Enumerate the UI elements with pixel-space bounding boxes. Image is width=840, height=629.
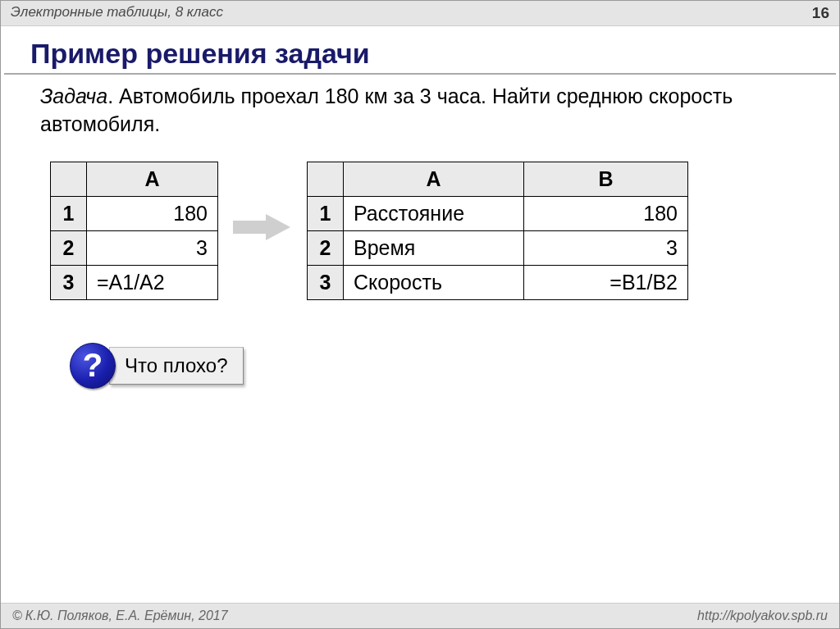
row-header: 2 bbox=[51, 230, 87, 265]
title-divider bbox=[4, 73, 836, 75]
cell-a1: Расстояние bbox=[344, 196, 524, 230]
cell-a2: Время bbox=[344, 230, 524, 265]
col-header-a: A bbox=[344, 162, 524, 196]
cell-a2: 3 bbox=[87, 230, 218, 265]
task-label: Задача bbox=[40, 84, 107, 107]
cell-a3: =A1/A2 bbox=[87, 265, 218, 299]
row-header: 3 bbox=[51, 265, 87, 299]
slide: Электронные таблицы, 8 класс 16 Пример р… bbox=[0, 0, 840, 629]
arrow-icon bbox=[233, 212, 292, 239]
slide-title: Пример решения задачи bbox=[1, 26, 839, 73]
corner-cell bbox=[308, 162, 344, 196]
corner-cell bbox=[51, 162, 87, 196]
table-row: 2 3 bbox=[51, 230, 218, 265]
cell-b3: =B1/B2 bbox=[524, 265, 688, 299]
col-header-a: A bbox=[87, 162, 218, 196]
cell-a1: 180 bbox=[87, 196, 218, 230]
col-header-b: B bbox=[524, 162, 688, 196]
table-row: 3 Скорость =B1/B2 bbox=[308, 265, 688, 299]
cell-b1: 180 bbox=[524, 196, 688, 230]
question-callout: ? Что плохо? bbox=[70, 343, 839, 389]
row-header: 2 bbox=[308, 230, 344, 265]
task-body: . Автомобиль проехал 180 км за 3 часа. Н… bbox=[40, 84, 733, 135]
question-mark-icon: ? bbox=[70, 343, 116, 389]
page-number: 16 bbox=[812, 4, 829, 22]
footer-copyright: ©К.Ю. Поляков, Е.А. Ерёмин, 2017 bbox=[12, 608, 228, 623]
header-bar: Электронные таблицы, 8 класс 16 bbox=[1, 1, 839, 26]
cell-a3: Скорость bbox=[344, 265, 524, 299]
footer-authors: К.Ю. Поляков, Е.А. Ерёмин, 2017 bbox=[25, 608, 228, 622]
question-text: Что плохо? bbox=[109, 347, 244, 385]
footer-bar: ©К.Ю. Поляков, Е.А. Ерёмин, 2017 http://… bbox=[1, 603, 839, 628]
task-text: Задача. Автомобиль проехал 180 км за 3 ч… bbox=[1, 83, 839, 139]
spreadsheet-right: A B 1 Расстояние 180 2 Время 3 3 Скорост… bbox=[307, 162, 688, 300]
table-row: 2 Время 3 bbox=[308, 230, 688, 265]
footer-url: http://kpolyakov.spb.ru bbox=[697, 608, 828, 623]
copyright-icon: © bbox=[12, 608, 22, 623]
table-row: 1 180 bbox=[51, 196, 218, 230]
spreadsheet-left: A 1 180 2 3 3 =A1/A2 bbox=[50, 162, 218, 300]
row-header: 3 bbox=[308, 265, 344, 299]
table-row: 3 =A1/A2 bbox=[51, 265, 218, 299]
row-header: 1 bbox=[308, 196, 344, 230]
header-subject: Электронные таблицы, 8 класс bbox=[11, 4, 223, 22]
svg-marker-0 bbox=[233, 214, 290, 240]
row-header: 1 bbox=[51, 196, 87, 230]
table-row: 1 Расстояние 180 bbox=[308, 196, 688, 230]
cell-b2: 3 bbox=[524, 230, 688, 265]
tables-row: A 1 180 2 3 3 =A1/A2 A B bbox=[1, 139, 839, 300]
